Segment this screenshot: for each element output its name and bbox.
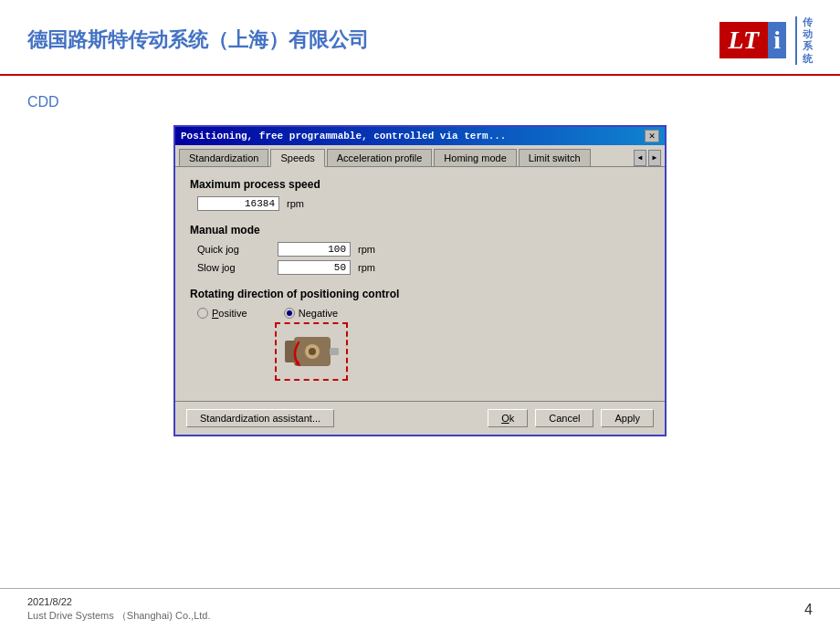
quick-jog-unit: rpm (358, 244, 375, 255)
footer-company: Lust Drive Systems （Shanghai) Co.,Ltd. (27, 609, 211, 623)
negative-option[interactable]: Negative (284, 308, 338, 319)
logo-text: 传 动 系 统 (795, 16, 813, 65)
logo-i: i (768, 22, 786, 58)
footer-right: Ok Cancel Apply (488, 409, 654, 427)
page-footer: 2021/8/22 Lust Drive Systems （Shanghai) … (0, 588, 840, 630)
slow-jog-row: Slow jog rpm (197, 260, 650, 275)
dialog-titlebar: Positioning, free programmable, controll… (175, 127, 665, 145)
slow-jog-unit: rpm (358, 262, 375, 273)
positive-option[interactable]: Positive (197, 308, 247, 319)
rotating-direction-label: Rotating direction of positioning contro… (190, 288, 650, 300)
max-process-speed-label: Maximum process speed (190, 178, 650, 191)
tab-scroll-left[interactable]: ◀ (634, 150, 646, 166)
positive-label: Positive (212, 308, 247, 319)
dialog-body: Maximum process speed rpm Manual mode Qu… (175, 167, 665, 401)
tab-standardization[interactable]: Standardization (179, 149, 268, 166)
slow-jog-input[interactable] (278, 260, 351, 275)
tab-bar: Standardization Speeds Acceleration prof… (175, 145, 665, 167)
logo-lt: LT (719, 22, 769, 58)
tab-speeds[interactable]: Speeds (270, 149, 324, 167)
quick-jog-input[interactable] (278, 242, 351, 257)
max-process-speed-unit: rpm (287, 198, 304, 209)
main-content: CDD Positioning, free programmable, cont… (0, 76, 840, 455)
max-process-speed-section: Maximum process speed rpm (190, 178, 650, 211)
negative-radio[interactable] (284, 308, 295, 319)
tab-scroll-right[interactable]: ▶ (648, 150, 661, 166)
company-title: 德国路斯特传动系统（上海）有限公司 (27, 26, 369, 54)
manual-mode-section: Manual mode Quick jog rpm Slow jog rpm (190, 224, 650, 275)
positive-radio[interactable] (197, 308, 208, 319)
dialog-wrapper: Positioning, free programmable, controll… (27, 125, 813, 436)
tab-scroll-controls: ◀ ▶ (634, 150, 661, 166)
slow-jog-label: Slow jog (197, 262, 270, 273)
tab-acceleration[interactable]: Acceleration profile (327, 149, 433, 166)
dialog-title: Positioning, free programmable, controll… (181, 131, 506, 142)
negative-option-group: Negative (275, 308, 348, 381)
svg-point-4 (309, 348, 316, 355)
ok-button[interactable]: Ok (488, 409, 528, 427)
dialog-footer: Standardization assistant... Ok Cancel A… (175, 401, 665, 435)
max-process-speed-row: rpm (197, 196, 650, 211)
manual-mode-label: Manual mode (190, 224, 650, 236)
dialog-window: Positioning, free programmable, controll… (173, 125, 667, 436)
page-header: 德国路斯特传动系统（上海）有限公司 LT i 传 动 系 统 (0, 0, 840, 76)
section-label: CDD (27, 94, 813, 110)
negative-label: Negative (299, 308, 338, 319)
tab-homing[interactable]: Homing mode (434, 149, 516, 166)
negative-image-box (275, 322, 348, 381)
rotation-options: Positive Negative (197, 308, 650, 381)
cancel-button[interactable]: Cancel (535, 409, 593, 427)
tab-limit-switch[interactable]: Limit switch (519, 149, 591, 166)
logo: LT i 传 动 系 统 (719, 16, 813, 65)
footer-date: 2021/8/22 (27, 596, 211, 607)
standardization-assistant-button[interactable]: Standardization assistant... (186, 409, 334, 427)
rotating-direction-section: Rotating direction of positioning contro… (190, 288, 650, 381)
max-process-speed-input[interactable] (197, 196, 279, 211)
motor-image (280, 328, 342, 375)
close-button[interactable]: ✕ (645, 130, 659, 142)
footer-info: 2021/8/22 Lust Drive Systems （Shanghai) … (27, 596, 211, 623)
quick-jog-label: Quick jog (197, 244, 270, 255)
page-number: 4 (804, 602, 813, 618)
quick-jog-row: Quick jog rpm (197, 242, 650, 257)
svg-rect-2 (330, 348, 339, 355)
apply-button[interactable]: Apply (601, 409, 654, 427)
footer-left: Standardization assistant... (186, 409, 334, 427)
